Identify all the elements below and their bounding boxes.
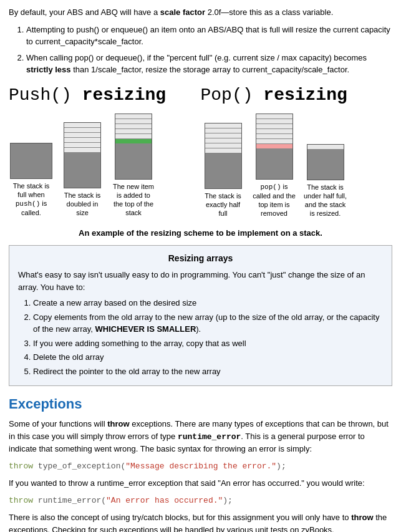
exceptions-para1: Some of your functions will throw except… [9,418,392,455]
resizing-diagrams-section: Push() resizing The stack is full when p… [9,82,392,222]
exceptions-title: Exceptions [9,394,392,414]
code2-paren-open: ( [101,496,106,505]
pop-stacks-row: The stack is exactly half full [201,114,348,218]
intro-text2: 2.0f—store this as a class variable. [205,7,333,17]
code1-string: "Message describing the error." [125,462,276,471]
push-resizing-half: Push() resizing The stack is full when p… [9,82,201,221]
exceptions-section: Exceptions Some of your functions will t… [9,394,392,532]
resizing-step-4: Delete the old array [33,351,383,364]
resizing-steps-list: Create a new array based on the desired … [33,297,383,377]
resizing-box-intro: What's easy to say isn't usually easy to… [18,269,383,293]
push-stack-caption-1: The stack is full when push() is called. [9,181,54,218]
intro-bold1: scale factor [160,7,205,17]
push-stack-caption-2: The stack is doubled in size [60,191,105,218]
pop-title: Pop() resizing [201,82,347,109]
code1-type: type_of_exception [38,462,121,471]
resizing-step-3: If you were adding something to the arra… [33,337,383,350]
code-block-1: throw type_of_exception("Message describ… [9,460,392,473]
code2-paren-close: ); [223,496,233,505]
resizing-arrays-box: Resizing arrays What's easy to say isn't… [9,245,392,386]
intro-list-item-2: When calling pop() or dequeue(), if the … [26,52,392,76]
resizing-step-2: Copy elements from the old array to the … [33,311,383,336]
pop-stack-caption-2: pop() is called and the top item is remo… [252,182,297,218]
resizing-step-5: Redirect the pointer to the old array to… [33,365,383,378]
push-stack-3: The new item is added to the top of the … [111,114,156,218]
pop-stack-visual-2 [256,114,293,180]
code2-string: "An error has occurred." [106,496,223,505]
intro-list: Attempting to push() or enqueue() an ite… [26,24,392,76]
push-stack-visual-3 [115,114,152,180]
code1-paren-close: ); [276,462,286,471]
pop-stack-visual-1 [205,123,242,189]
resizing-step-1: Create a new array based on the desired … [33,297,383,309]
example-caption: An example of the resizing scheme to be … [9,227,392,239]
push-stack-visual-2 [64,122,101,188]
code1-keyword: throw [9,462,33,471]
intro-paragraph: By default, your ABS and ABQ will have a… [9,6,392,19]
push-stacks-row: The stack is full when push() is called. [9,114,156,218]
intro-list-item-1: Attempting to push() or enqueue() an ite… [26,24,392,48]
pop-stack-2: pop() is called and the top item is remo… [252,114,297,218]
pop-resizing-half: Pop() resizing [201,82,393,222]
code2-type: runtime_error [38,496,101,505]
resizing-box-title: Resizing arrays [18,252,383,265]
pop-stack-visual-3 [307,144,344,180]
pop-stack-3: The stack is under half full, and the st… [303,144,348,218]
push-stack-1: The stack is full when push() is called. [9,143,54,218]
code-block-2: throw runtime_error("An error has occurr… [9,495,392,507]
exceptions-para3: There is also the concept of using try/c… [9,511,392,532]
push-stack-2: The stack is doubled in size [60,122,105,218]
push-stack-visual-1 [10,143,52,179]
pop-stack-caption-1: The stack is exactly half full [201,191,246,218]
code2-keyword: throw [9,496,33,505]
pop-stack-caption-3: The stack is under half full, and the st… [303,183,348,218]
exceptions-para2: If you wanted to throw a runtime_error e… [9,477,392,490]
pop-stack-1: The stack is exactly half full [201,123,246,218]
push-stack-caption-3: The new item is added to the top of the … [111,182,156,218]
push-title: Push() resizing [9,82,166,109]
intro-text1: By default, your ABS and ABQ will have a [9,7,160,17]
